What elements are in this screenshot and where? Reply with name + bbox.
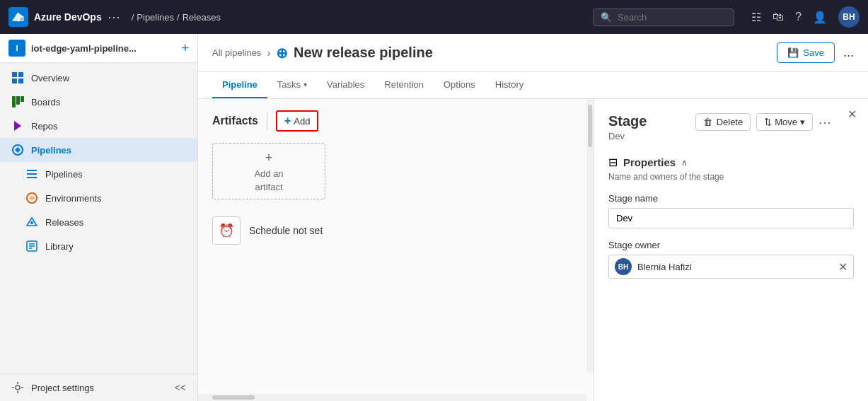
sidebar-item-repos[interactable]: Repos bbox=[0, 114, 197, 138]
project-icon: I bbox=[8, 40, 25, 57]
project-settings[interactable]: Project settings << bbox=[0, 373, 197, 401]
project-header[interactable]: I iot-edge-yaml-pipeline... + bbox=[0, 34, 197, 63]
add-plus-icon: + bbox=[284, 115, 291, 127]
stage-subtitle: Dev bbox=[608, 131, 647, 141]
properties-icon: ⊟ bbox=[608, 156, 618, 169]
topbar-dots[interactable]: ⋯ bbox=[108, 9, 120, 25]
add-artifact-button[interactable]: + Add bbox=[276, 110, 318, 132]
releases-icon bbox=[25, 216, 38, 228]
stage-name-heading: Stage bbox=[608, 113, 647, 129]
tab-retention[interactable]: Retention bbox=[374, 72, 434, 98]
stage-owner-group: Stage owner BH Blernia Hafizi ✕ bbox=[608, 240, 854, 279]
properties-description: Name and owners of the stage bbox=[608, 172, 854, 182]
sidebar-item-releases[interactable]: Releases bbox=[0, 210, 197, 234]
svg-point-10 bbox=[30, 221, 33, 224]
tab-retention-label: Retention bbox=[384, 79, 424, 90]
sidebar-item-label-repos: Repos bbox=[31, 121, 58, 132]
overview-icon bbox=[11, 71, 24, 84]
tab-variables[interactable]: Variables bbox=[317, 72, 374, 98]
sidebar-item-label-pipelines: Pipelines bbox=[45, 169, 83, 180]
tasks-chevron-icon: ▾ bbox=[303, 81, 307, 88]
svg-rect-1 bbox=[12, 72, 17, 77]
breadcrumb-all-pipelines[interactable]: All pipelines bbox=[212, 47, 261, 58]
header-more-button[interactable]: ... bbox=[843, 45, 854, 60]
save-button[interactable]: 💾 Save bbox=[777, 42, 835, 63]
schedule-section[interactable]: ⏰ Schedule not set bbox=[212, 216, 579, 245]
search-box[interactable]: 🔍 bbox=[593, 8, 734, 26]
page-header: All pipelines › ⊕ New release pipeline 💾… bbox=[198, 34, 868, 72]
collapse-sidebar-button[interactable]: << bbox=[175, 382, 186, 393]
stage-header: Stage Dev 🗑 Delete ⇅ Move ▾ ⋯ bbox=[608, 113, 854, 141]
main-layout: I iot-edge-yaml-pipeline... + Overview B… bbox=[0, 34, 868, 401]
svg-rect-7 bbox=[21, 96, 24, 102]
tab-tasks-label: Tasks bbox=[277, 79, 301, 90]
breadcrumb-separator: / bbox=[132, 12, 134, 23]
move-stage-button[interactable]: ⇅ Move ▾ bbox=[756, 113, 813, 131]
owner-field[interactable]: BH Blernia Hafizi ✕ bbox=[608, 255, 854, 279]
sidebar-item-label-releases: Releases bbox=[45, 217, 83, 228]
stage-name-label: Stage name bbox=[608, 193, 854, 204]
stage-owner-label: Stage owner bbox=[608, 240, 854, 250]
tab-pipeline-label: Pipeline bbox=[222, 79, 257, 90]
properties-collapse-icon[interactable]: ∧ bbox=[681, 158, 688, 168]
basket-icon[interactable]: 🛍 bbox=[772, 11, 784, 23]
sidebar-item-overview[interactable]: Overview bbox=[0, 66, 197, 90]
sidebar-item-library[interactable]: Library bbox=[0, 234, 197, 258]
add-artifact-text-line2: artifact bbox=[255, 182, 282, 192]
tab-options[interactable]: Options bbox=[434, 72, 485, 98]
sidebar-item-pipelines[interactable]: Pipelines bbox=[0, 162, 197, 186]
breadcrumb-releases[interactable]: Releases bbox=[183, 12, 221, 23]
tab-tasks[interactable]: Tasks ▾ bbox=[267, 72, 317, 98]
tab-options-label: Options bbox=[444, 79, 475, 90]
help-icon[interactable]: ? bbox=[795, 11, 802, 23]
svg-rect-3 bbox=[12, 79, 17, 83]
page-title: ⊕ New release pipeline bbox=[276, 45, 433, 62]
owner-name: Blernia Hafizi bbox=[637, 262, 833, 272]
search-icon: 🔍 bbox=[601, 12, 612, 23]
scroll-bottom-track[interactable] bbox=[198, 394, 586, 401]
move-label: Move bbox=[775, 117, 797, 127]
artifact-plus-icon: + bbox=[265, 151, 273, 165]
tab-history[interactable]: History bbox=[485, 72, 533, 98]
content-area: All pipelines › ⊕ New release pipeline 💾… bbox=[198, 34, 868, 401]
svg-rect-6 bbox=[16, 96, 20, 105]
clear-owner-button[interactable]: ✕ bbox=[838, 260, 847, 274]
boards-icon bbox=[11, 95, 24, 108]
scroll-track[interactable] bbox=[586, 99, 594, 373]
sidebar: I iot-edge-yaml-pipeline... + Overview B… bbox=[0, 34, 198, 401]
project-name: iot-edge-yaml-pipeline... bbox=[31, 43, 137, 54]
sidebar-item-environments[interactable]: Environments bbox=[0, 186, 197, 210]
project-settings-left: Project settings bbox=[11, 381, 94, 394]
add-artifact-box[interactable]: + Add an artifact bbox=[212, 143, 325, 199]
avatar[interactable]: BH bbox=[838, 6, 860, 28]
library-icon bbox=[25, 240, 38, 252]
sidebar-item-label-library: Library bbox=[45, 241, 74, 252]
save-label: Save bbox=[803, 47, 824, 58]
stage-more-button[interactable]: ⋯ bbox=[818, 115, 831, 130]
sidebar-item-pipelines-header[interactable]: Pipelines bbox=[0, 138, 197, 162]
user-settings-icon[interactable]: 👤 bbox=[813, 11, 827, 24]
stage-actions: 🗑 Delete ⇅ Move ▾ ⋯ bbox=[695, 113, 854, 131]
stage-name-input[interactable] bbox=[608, 208, 854, 228]
grid-icon[interactable]: ☷ bbox=[751, 11, 761, 24]
settings-icon bbox=[11, 381, 24, 394]
sidebar-item-label-boards: Boards bbox=[31, 97, 60, 107]
pipeline-left-panel: Artifacts + Add + Add an artifact ⏰ Sche… bbox=[198, 99, 594, 401]
properties-header: ⊟ Properties ∧ bbox=[608, 156, 854, 169]
add-artifact-text-line1: Add an bbox=[254, 168, 283, 179]
svg-rect-4 bbox=[18, 79, 23, 83]
schedule-text: Schedule not set bbox=[249, 225, 323, 236]
stage-title-block: Stage Dev bbox=[608, 113, 647, 141]
delete-stage-button[interactable]: 🗑 Delete bbox=[695, 113, 751, 131]
add-project-button[interactable]: + bbox=[181, 41, 189, 56]
tab-pipeline[interactable]: Pipeline bbox=[212, 72, 267, 98]
sidebar-item-label-overview: Overview bbox=[31, 73, 69, 83]
topbar-icons: ☷ 🛍 ? 👤 BH bbox=[751, 6, 860, 28]
logo[interactable]: Azure DevOps bbox=[8, 7, 102, 27]
search-input[interactable] bbox=[618, 12, 717, 23]
scroll-bottom-thumb bbox=[212, 395, 255, 400]
sidebar-item-boards[interactable]: Boards bbox=[0, 90, 197, 114]
close-stage-button[interactable]: ✕ bbox=[847, 107, 857, 121]
breadcrumb-pipelines[interactable]: Pipelines bbox=[137, 12, 174, 23]
properties-title: Properties bbox=[623, 156, 676, 168]
